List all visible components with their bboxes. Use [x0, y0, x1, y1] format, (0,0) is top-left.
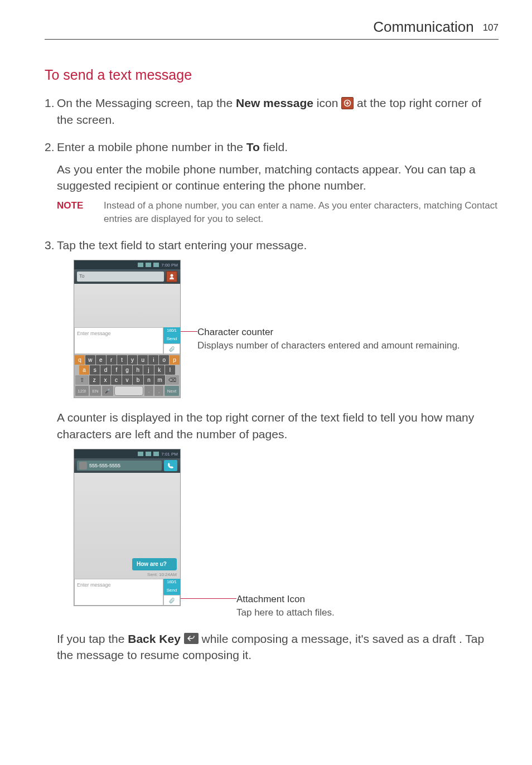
status-time-2: 7:01 PM: [161, 451, 178, 457]
note-block: NOTE Instead of a phone number, you can …: [57, 199, 499, 226]
kb-f[interactable]: f: [112, 365, 122, 375]
section-title: To send a text message: [45, 65, 499, 85]
callout-line-1: [181, 331, 197, 332]
kb-g[interactable]: g: [122, 365, 132, 375]
figure-1: 7:00 PM To Enter message 160/1 Send: [74, 260, 499, 398]
note-body: Instead of a phone number, you can enter…: [104, 199, 499, 226]
battery-icon: [153, 452, 159, 456]
backpara-pre: If you tap the: [57, 632, 128, 645]
kb-b[interactable]: b: [133, 375, 143, 385]
annot1-title: Character counter: [197, 326, 460, 339]
keyboard: q w e r t y u i o p a s d: [74, 354, 180, 398]
chapter-title: Communication: [373, 18, 474, 35]
signal-icon: [138, 263, 143, 267]
character-counter-2: 160/1: [163, 579, 180, 585]
kb-i[interactable]: i: [148, 355, 158, 365]
step2-post: field.: [263, 141, 288, 153]
kb-o[interactable]: o: [159, 355, 169, 365]
callout-line-2: [181, 598, 236, 599]
call-button[interactable]: [164, 460, 177, 471]
annot2-desc: Tap here to attach files.: [236, 606, 335, 619]
kb-d[interactable]: d: [100, 365, 110, 375]
message-entry-2: Enter message 160/1 Send: [74, 579, 180, 606]
kb-c[interactable]: c: [111, 375, 122, 385]
steps-list: On the Messaging screen, tap the New mes…: [45, 95, 499, 663]
kb-comma[interactable]: ,: [154, 386, 163, 396]
step1-mid: icon: [317, 96, 341, 109]
message-input[interactable]: Enter message: [74, 327, 163, 354]
contact-chip[interactable]: 555-555-5555: [77, 461, 162, 471]
wifi-icon: [146, 452, 151, 456]
to-bar: To: [74, 269, 180, 284]
kb-e[interactable]: e: [96, 355, 106, 365]
step2-to-term: To: [246, 141, 260, 153]
kb-dot[interactable]: .: [144, 386, 153, 396]
kb-a[interactable]: a: [79, 365, 89, 375]
kb-next[interactable]: Next: [165, 386, 179, 396]
kb-q[interactable]: q: [75, 355, 85, 365]
kb-y[interactable]: y: [128, 355, 138, 365]
annot2-title: Attachment Icon: [236, 593, 335, 606]
page-number: 107: [483, 22, 499, 33]
kb-space[interactable]: [114, 386, 143, 396]
figure-2: 7:01 PM 555-555-5555 How are u? Sent: 10…: [74, 449, 499, 619]
to-input[interactable]: To: [77, 272, 164, 282]
kb-r[interactable]: r: [107, 355, 117, 365]
kb-p[interactable]: p: [170, 355, 180, 365]
kb-m[interactable]: m: [154, 375, 165, 385]
kb-s[interactable]: s: [90, 365, 100, 375]
kb-v[interactable]: v: [122, 375, 133, 385]
kb-u[interactable]: u: [138, 355, 148, 365]
svg-point-3: [171, 274, 173, 277]
send-button[interactable]: Send: [163, 334, 180, 343]
kb-mic[interactable]: 🎤: [102, 386, 113, 396]
message-entry: Enter message 160/1 Send: [74, 327, 180, 354]
add-contact-button[interactable]: [166, 271, 177, 282]
sent-timestamp: Sent: 10:24AM: [83, 572, 177, 578]
step1-pre: On the Messaging screen, tap the: [57, 96, 236, 109]
status-bar: 7:00 PM: [74, 260, 180, 269]
new-message-icon: [341, 97, 354, 109]
attach-button[interactable]: [163, 343, 180, 354]
phone-mockup-1: 7:00 PM To Enter message 160/1 Send: [74, 260, 181, 398]
bubble-text: How are u?: [132, 558, 177, 570]
status-time: 7:00 PM: [161, 262, 178, 268]
avatar-icon: [79, 462, 87, 469]
send-button-2[interactable]: Send: [163, 585, 180, 595]
sent-message: How are u? Sent: 10:24AM: [83, 558, 177, 578]
battery-icon: [153, 263, 159, 267]
character-counter: 160/1: [163, 327, 180, 334]
kb-backspace[interactable]: ⌫: [166, 375, 179, 385]
kb-w[interactable]: w: [85, 355, 95, 365]
phone-mockup-2: 7:01 PM 555-555-5555 How are u? Sent: 10…: [74, 449, 181, 606]
annotation-2: Attachment Icon Tap here to attach files…: [236, 593, 335, 619]
annot1-desc: Displays number of characters entered an…: [197, 339, 460, 352]
kb-t[interactable]: t: [117, 355, 127, 365]
kb-lang[interactable]: EN: [90, 386, 101, 396]
step3-followup: A counter is displayed in the top right …: [57, 409, 499, 442]
back-key-icon: [184, 633, 199, 644]
conversation-area: [74, 284, 180, 327]
step3-text: Tap the text field to start entering you…: [57, 237, 499, 253]
kb-numbers[interactable]: 123!: [75, 386, 89, 396]
kb-n[interactable]: n: [144, 375, 154, 385]
attach-button-2[interactable]: [163, 595, 180, 606]
note-label: NOTE: [57, 199, 104, 226]
kb-x[interactable]: x: [100, 375, 111, 385]
kb-l[interactable]: l: [165, 365, 175, 375]
kb-j[interactable]: j: [143, 365, 153, 375]
conversation-area-2: How are u? Sent: 10:24AM: [74, 473, 180, 579]
kb-shift[interactable]: ⇧: [75, 375, 89, 385]
running-header: Communication 107: [45, 17, 499, 40]
kb-k[interactable]: k: [154, 365, 165, 375]
step2-pre: Enter a mobile phone number in the: [57, 141, 246, 153]
step1-new-message-term: New message: [236, 96, 313, 109]
kb-h[interactable]: h: [133, 365, 143, 375]
step-3: Tap the text field to start entering you…: [45, 237, 499, 664]
step-2: Enter a mobile phone number in the To fi…: [45, 139, 499, 226]
to-bar-2: 555-555-5555: [74, 458, 180, 473]
step2-para2: As you enter the mobile phone number, ma…: [57, 161, 499, 194]
kb-z[interactable]: z: [89, 375, 100, 385]
annotation-1: Character counter Displays number of cha…: [197, 326, 460, 352]
message-input-2[interactable]: Enter message: [74, 579, 163, 606]
